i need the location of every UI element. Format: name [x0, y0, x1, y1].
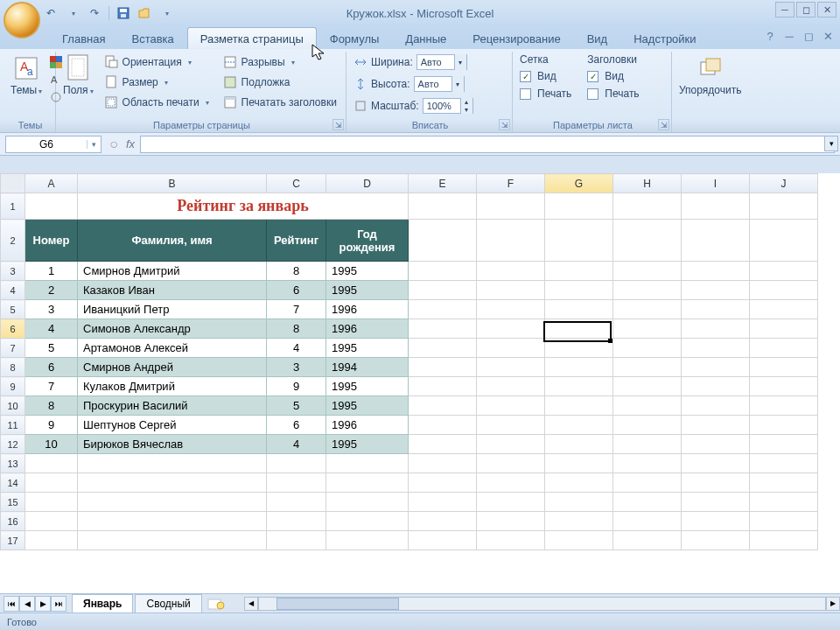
ribbon-tab-7[interactable]: Надстройки [620, 27, 709, 49]
cell-H15[interactable] [613, 493, 682, 512]
cell-F13[interactable] [477, 454, 545, 473]
height-combo[interactable]: Авто▾ [414, 76, 465, 92]
arrange-icon[interactable] [696, 53, 725, 83]
cell-I6[interactable] [682, 319, 750, 339]
sheet-tab-0[interactable]: Январь [72, 594, 133, 613]
cell-C5[interactable]: 7 [267, 300, 326, 319]
cell-I1[interactable] [682, 193, 750, 220]
sheet-tab-1[interactable]: Сводный [135, 594, 201, 613]
cell-H2[interactable] [613, 220, 682, 262]
cell-D4[interactable]: 1995 [326, 281, 409, 300]
cell-I7[interactable] [682, 339, 750, 358]
cell-F6[interactable] [477, 319, 545, 339]
cell-E13[interactable] [409, 454, 477, 473]
cell-C16[interactable] [267, 512, 326, 531]
cell-E15[interactable] [409, 493, 477, 512]
col-header-A[interactable]: A [25, 174, 78, 193]
cell-G17[interactable] [545, 531, 613, 550]
cell-J4[interactable] [750, 281, 818, 300]
cell-E1[interactable] [409, 193, 477, 220]
cell-I9[interactable] [682, 377, 750, 396]
office-button[interactable] [4, 2, 40, 38]
row-header-12[interactable]: 12 [1, 435, 25, 454]
cell-H5[interactable] [613, 300, 682, 319]
cell-B5[interactable]: Иваницкий Петр [78, 300, 267, 319]
cell-J1[interactable] [750, 193, 818, 220]
cell-H7[interactable] [613, 339, 682, 358]
tab-nav-next[interactable]: ▶ [35, 596, 51, 612]
print-titles-button[interactable]: Печатать заголовки [220, 94, 340, 111]
new-sheet-button[interactable] [206, 597, 227, 611]
cell-B9[interactable]: Кулаков Дмитрий [78, 377, 267, 396]
cell-D11[interactable]: 1996 [326, 416, 409, 435]
cell-I4[interactable] [682, 281, 750, 300]
background-button[interactable]: Подложка [220, 74, 294, 91]
cell-C8[interactable]: 3 [267, 358, 326, 377]
cell-J13[interactable] [750, 454, 818, 473]
cell-A8[interactable]: 6 [25, 358, 78, 377]
cell-C14[interactable] [267, 473, 326, 493]
row-header-11[interactable]: 11 [1, 416, 25, 435]
cell-F1[interactable] [477, 193, 545, 220]
cell-G5[interactable] [545, 300, 613, 319]
cell-B12[interactable]: Бирюков Вячеслав [78, 435, 267, 454]
col-header-D[interactable]: D [326, 174, 409, 193]
cell-G14[interactable] [545, 473, 613, 493]
row-header-5[interactable]: 5 [1, 300, 25, 319]
cell-E9[interactable] [409, 377, 477, 396]
col-header-F[interactable]: F [477, 174, 545, 193]
cell-C13[interactable] [267, 454, 326, 473]
cell-B13[interactable] [78, 454, 267, 473]
ribbon-tab-1[interactable]: Вставка [118, 27, 186, 49]
cell-F3[interactable] [477, 262, 545, 281]
cell-B7[interactable]: Артамонов Алексей [78, 339, 267, 358]
cell-F8[interactable] [477, 358, 545, 377]
cell-G10[interactable] [545, 396, 613, 416]
cell-G9[interactable] [545, 377, 613, 396]
cell-H3[interactable] [613, 262, 682, 281]
qat-customize[interactable]: ▾ [158, 4, 176, 22]
arrange-button[interactable]: Упорядочить [679, 84, 741, 96]
cell-J7[interactable] [750, 339, 818, 358]
cell-H13[interactable] [613, 454, 682, 473]
cell-B15[interactable] [78, 493, 267, 512]
cell-E14[interactable] [409, 473, 477, 493]
cell-J2[interactable] [750, 220, 818, 262]
cell-D17[interactable] [326, 531, 409, 550]
cell-A17[interactable] [25, 531, 78, 550]
undo-button[interactable]: ↶ [42, 4, 60, 22]
size-button[interactable]: Размер▾ [101, 74, 172, 91]
select-all-corner[interactable] [1, 174, 25, 193]
headings-print-check[interactable]: Печать [587, 87, 639, 101]
cell-C7[interactable]: 4 [267, 339, 326, 358]
ribbon-tab-6[interactable]: Вид [574, 27, 621, 49]
width-combo[interactable]: Авто▾ [416, 54, 467, 70]
col-header-I[interactable]: I [682, 174, 750, 193]
scale-spinner[interactable]: 100%▴▾ [423, 98, 473, 114]
cell-A10[interactable]: 8 [25, 396, 78, 416]
cell-A13[interactable] [25, 454, 78, 473]
cell-J8[interactable] [750, 358, 818, 377]
row-header-7[interactable]: 7 [1, 339, 25, 358]
cell-B10[interactable]: Проскурин Василий [78, 396, 267, 416]
margins-button[interactable]: Поля▾ [63, 84, 94, 96]
cell-A16[interactable] [25, 512, 78, 531]
save-button[interactable] [115, 4, 132, 22]
cell-H14[interactable] [613, 473, 682, 493]
cell-J11[interactable] [750, 416, 818, 435]
cell-B14[interactable] [78, 473, 267, 493]
col-header-B[interactable]: B [78, 174, 267, 193]
gridlines-view-check[interactable]: ✓Вид [520, 69, 556, 83]
cell-F7[interactable] [477, 339, 545, 358]
cell-B4[interactable]: Казаков Иван [78, 281, 267, 300]
horizontal-scrollbar[interactable]: ◀ ▶ [244, 597, 840, 611]
cell-B1[interactable]: Рейтинг за январь [78, 193, 409, 220]
cell-A3[interactable]: 1 [25, 262, 78, 281]
cell-F4[interactable] [477, 281, 545, 300]
cell-G2[interactable] [545, 220, 613, 262]
cell-G11[interactable] [545, 416, 613, 435]
cell-D6[interactable]: 1996 [326, 319, 409, 339]
cell-J9[interactable] [750, 377, 818, 396]
cell-A11[interactable]: 9 [25, 416, 78, 435]
row-header-3[interactable]: 3 [1, 262, 25, 281]
